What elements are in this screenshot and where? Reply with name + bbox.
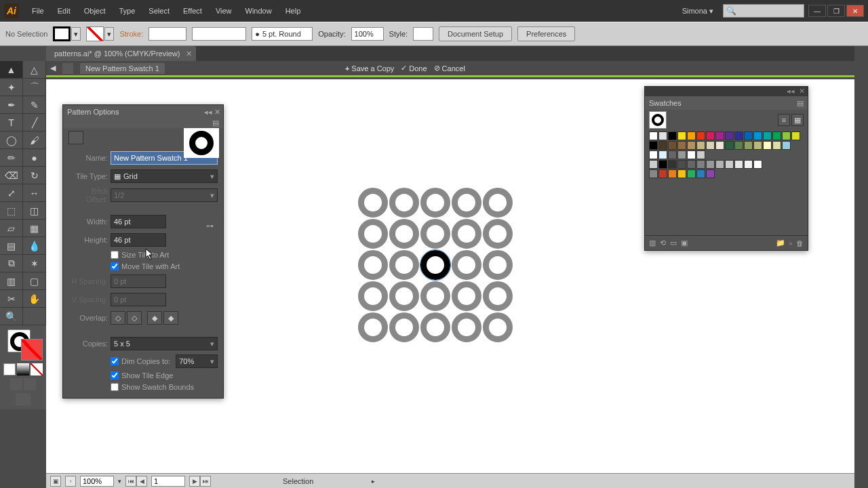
menu-edit[interactable]: Edit [52,4,77,18]
pattern-tile[interactable] [452,250,481,280]
panel-menu-icon[interactable]: ▤ [212,119,219,128]
move-tile-checkbox[interactable]: Move Tile with Art [111,262,218,270]
screen-mode-chip[interactable] [10,378,22,390]
line-tool[interactable]: ╱ [23,114,46,131]
copies-select[interactable]: 5 x 5 [111,337,218,350]
zoom-input[interactable] [80,476,114,487]
selection-tool[interactable]: ▲ [0,61,23,79]
swatch-options-icon[interactable]: ▭ [670,239,677,247]
swatches-tab[interactable]: Swatches ▤ [645,96,808,110]
pattern-tile-tool-icon[interactable] [68,131,83,144]
swatch-cell[interactable] [677,141,686,150]
dim-copies-select[interactable]: 70% [176,354,218,368]
blend-tool[interactable]: ⧉ [0,255,23,272]
pattern-tile[interactable] [420,188,450,218]
search-input[interactable]: 🔍 [723,4,804,18]
delete-swatch-icon[interactable]: 🗑 [796,239,804,247]
swatch-cell[interactable] [677,160,686,169]
add-anchor-tool[interactable]: ✎ [23,96,46,114]
shape-builder-tool[interactable]: ◫ [23,202,46,220]
swatch-cell[interactable] [649,169,658,178]
width-input[interactable] [111,215,166,228]
fill-stroke-indicator[interactable] [7,329,39,361]
swatch-cell[interactable] [791,131,800,140]
pattern-tile[interactable] [452,188,481,218]
opacity-select[interactable]: 100% [351,27,384,41]
pattern-tile[interactable] [358,188,388,218]
eyedropper-tool[interactable]: 💧 [23,237,46,255]
swatch-cell[interactable] [715,160,724,169]
swatch-cell[interactable] [668,150,677,159]
swatch-grid[interactable] [645,130,808,181]
gradient-tool[interactable]: ▤ [0,237,23,255]
swatch-cell[interactable] [687,160,696,169]
menu-view[interactable]: View [210,4,238,18]
collapse-icon[interactable]: ◂◂ [204,108,212,117]
artboard-nav-icon[interactable]: ▣ [50,476,61,487]
symbol-sprayer-tool[interactable]: ✶ [23,255,46,272]
height-input[interactable] [111,233,166,247]
dim-copies-checkbox[interactable]: Dim Copies to: 70% [111,354,218,368]
style-select[interactable] [413,27,433,41]
tile-type-select[interactable]: ▦ Grid [111,169,218,183]
stroke-profile-select[interactable] [192,27,246,41]
next-artboard-button[interactable]: ▶ [189,476,200,487]
size-tile-checkbox[interactable]: Size Tile to Art [111,251,218,259]
swatch-cell[interactable] [706,169,715,178]
swatch-cell[interactable] [658,141,667,150]
fill-dropdown[interactable]: ▾ [71,27,81,41]
new-folder-icon[interactable]: 📁 [776,239,785,247]
mesh-tool[interactable]: ▦ [23,220,46,237]
swatch-cell[interactable] [668,141,677,150]
swatch-cell[interactable] [734,131,743,140]
artboard-nav-icon-2[interactable]: ▫ [65,476,76,487]
swatch-cell[interactable] [706,141,715,150]
menu-object[interactable]: Object [78,4,112,18]
pattern-tile[interactable] [483,312,513,342]
color-mode-chip[interactable] [3,363,16,375]
menu-select[interactable]: Select [142,4,176,18]
show-tile-edge-checkbox[interactable]: Show Tile Edge [111,371,218,380]
cancel-button[interactable]: ⊘ Cancel [434,64,465,73]
swatch-cell[interactable] [772,131,781,140]
swatch-cell[interactable] [649,150,658,159]
swatch-cell[interactable] [696,150,705,159]
pattern-tile[interactable] [420,281,450,311]
pattern-tile[interactable] [420,219,450,249]
swatch-cell[interactable] [725,141,734,150]
document-setup-button[interactable]: Document Setup [439,26,512,41]
blob-brush-tool[interactable]: ● [23,149,46,167]
paintbrush-tool[interactable]: 🖌 [23,131,46,149]
width-tool[interactable]: ↔ [23,184,46,202]
pattern-tile[interactable] [389,250,419,280]
swatch-cell[interactable] [763,131,772,140]
slice-tool[interactable]: ✂ [0,290,23,308]
new-swatch-icon[interactable]: ▫ [789,239,792,247]
pattern-tile[interactable] [358,312,388,342]
swatch-libraries-icon[interactable]: ▥ [649,239,656,247]
swatch-cell[interactable] [649,141,658,150]
column-graph-tool[interactable]: ▥ [0,272,23,290]
pattern-tile[interactable] [420,312,450,342]
preferences-button[interactable]: Preferences [517,26,575,41]
panel-header[interactable]: Pattern Options ◂◂ ✕ [63,105,223,119]
pattern-tile[interactable] [389,188,419,218]
document-tab[interactable]: patterns.ai* @ 100% (CMYK/Preview) ✕ [46,46,196,61]
fill-swatch[interactable] [53,26,71,41]
swatch-cell[interactable] [677,131,686,140]
perspective-tool[interactable]: ▱ [0,220,23,237]
swatch-cell[interactable] [763,141,772,150]
pattern-tile[interactable] [483,188,513,218]
link-dimensions-icon[interactable]: ⊶ [203,220,216,232]
new-color-group-icon[interactable]: ▣ [681,239,688,247]
swatch-cell[interactable] [668,169,677,178]
swatch-cell[interactable] [649,131,658,140]
swatch-cell[interactable] [658,169,667,178]
type-tool[interactable]: T [0,114,23,131]
swatch-cell[interactable] [696,169,705,178]
lasso-tool[interactable]: ⌒ [23,79,46,96]
overlap-right-button[interactable]: ◇ [127,311,142,325]
overlap-top-button[interactable]: ◆ [147,311,162,325]
eraser-tool[interactable]: ⌫ [0,167,23,184]
zoom-tool[interactable]: 🔍 [0,308,23,325]
